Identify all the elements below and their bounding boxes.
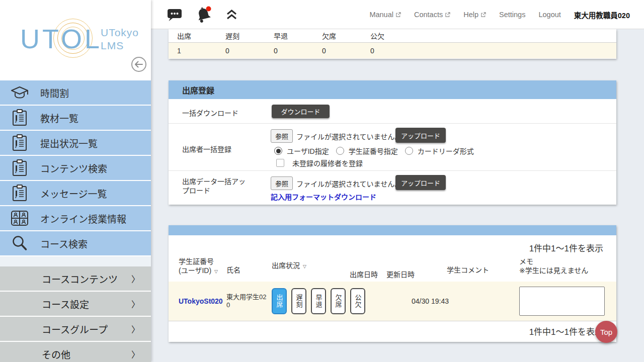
- chevron-right-icon: 〉: [131, 298, 140, 310]
- status-button-group: 出席 遅刻 早退 欠席 公欠: [272, 288, 365, 314]
- sort-icon[interactable]: ▽: [214, 269, 218, 274]
- sidebar-item-materials[interactable]: 教材一覧: [0, 106, 151, 130]
- column-header-status[interactable]: 出席状況 ▽: [272, 261, 306, 271]
- bulk-download-label: 一括ダウンロード: [182, 108, 238, 118]
- contacts-link-label: Contacts: [414, 11, 443, 19]
- collapse-topbar-icon[interactable]: [225, 9, 238, 21]
- sidebar-collapse-button[interactable]: [131, 56, 147, 72]
- download-button[interactable]: ダウンロード: [272, 105, 330, 118]
- status-button-excused[interactable]: 公欠: [350, 288, 365, 314]
- upload-button[interactable]: アップロード: [395, 175, 446, 190]
- sidebar-item-label: 教材一覧: [40, 111, 78, 125]
- radio-option-student-card-number[interactable]: 学生証番号指定: [336, 146, 398, 156]
- sidebar-item-course-settings[interactable]: コース設定 〉: [0, 292, 151, 316]
- format-download-link[interactable]: 記入用フォーマットダウンロード: [271, 192, 376, 202]
- sidebar-item-label: 提出状況一覧: [40, 136, 98, 150]
- settings-link[interactable]: Settings: [499, 11, 525, 19]
- stats-header-row: 出席 遅刻 早退 欠席 公欠: [169, 29, 616, 43]
- radio-unselected-icon[interactable]: [405, 147, 413, 155]
- stats-header-early-leave: 早退: [265, 31, 313, 41]
- clipboard-icon: [10, 108, 29, 127]
- external-link-icon: [480, 12, 486, 18]
- attendance-registration-panel: 出席登録 一括ダウンロード ダウンロード 出席者一括登録 参照 ファイルが選択さ…: [169, 80, 616, 205]
- no-file-selected-text: ファイルが選択されていません。: [296, 178, 401, 189]
- scroll-to-top-button[interactable]: Top: [595, 321, 617, 343]
- status-button-present[interactable]: 出席: [272, 288, 287, 314]
- student-attendance-row: UTokyoSt020 東大用学生020 出席 遅刻 早退 欠席 公欠 04/3…: [169, 282, 616, 321]
- radio-option-card-reader[interactable]: カードリーダ形式: [405, 146, 474, 156]
- stats-header-late: 遅刻: [217, 31, 265, 41]
- sidebar-item-label: その他: [42, 347, 70, 361]
- logo-text: UTOL: [20, 23, 102, 54]
- logo-subtitle: UTokyo LMS: [101, 26, 139, 53]
- logo-subtitle-line1: UTokyo: [101, 26, 139, 39]
- messages-icon[interactable]: [167, 8, 182, 22]
- column-header-student-comment: 学生コメント: [447, 265, 489, 275]
- sidebar-item-course-contents[interactable]: コースコンテンツ 〉: [0, 266, 151, 291]
- radio-label: 学生証番号指定: [349, 146, 398, 156]
- search-icon: [10, 234, 29, 253]
- column-header-name: 氏名: [226, 265, 240, 275]
- memo-textarea[interactable]: [519, 287, 605, 316]
- stats-value-row: 1 0 0 0 0: [169, 43, 616, 58]
- clipboard-icon: [10, 184, 29, 203]
- column-header-memo: メモ ※学生には見えません: [519, 257, 588, 275]
- notifications-bell-icon[interactable]: [194, 5, 213, 24]
- notification-dot: [206, 7, 211, 12]
- column-header-attend-time: 出席日時: [350, 270, 378, 279]
- checkbox-icon[interactable]: [276, 159, 284, 167]
- section-title: 出席登録: [169, 80, 616, 99]
- help-link-label: Help: [463, 11, 478, 19]
- sidebar-item-timetable[interactable]: 時間割: [0, 80, 151, 105]
- attendance-list-panel: 1件中1〜1件を表示 学生証番号 (ユーザID) ▽ 氏名 出席状況 ▽ 出席日…: [169, 225, 616, 342]
- contacts-link[interactable]: Contacts: [414, 11, 450, 19]
- help-link[interactable]: Help: [463, 11, 486, 19]
- sidebar: UTOL UTokyo LMS 時間割 教材一覧 提出状況: [0, 0, 151, 362]
- register-unregistered-checkbox[interactable]: 未登録の履修者を登録: [276, 158, 363, 168]
- stats-value-early-leave: 0: [265, 47, 313, 55]
- radio-option-user-id[interactable]: ユーザID指定: [274, 146, 329, 156]
- radio-selected-icon[interactable]: [274, 147, 282, 155]
- upload-button[interactable]: アップロード: [395, 128, 446, 143]
- sidebar-item-online-class-info[interactable]: オンライン授業情報: [0, 206, 151, 230]
- utol-logo: UTOL UTokyo LMS: [20, 20, 141, 60]
- clipboard-icon: [10, 158, 29, 177]
- attendee-bulk-register-row: 出席者一括登録 参照 ファイルが選択されていません。 アップロード ユーザID指…: [169, 124, 616, 171]
- bulk-download-row: 一括ダウンロード ダウンロード: [169, 99, 616, 124]
- radio-label: カードリーダ形式: [418, 146, 474, 156]
- student-id-link[interactable]: UTokyoSt020: [179, 297, 223, 305]
- chevron-right-icon: 〉: [131, 348, 140, 360]
- data-bulk-upload-row: 出席データ一括アップロード 参照 ファイルが選択されていません。 アップロード …: [169, 171, 616, 205]
- settings-link-label: Settings: [499, 11, 525, 19]
- manual-link[interactable]: Manual: [369, 11, 401, 19]
- stats-value-late: 0: [217, 47, 265, 55]
- sidebar-item-label: 時間割: [40, 86, 69, 100]
- logout-link[interactable]: Logout: [538, 11, 560, 19]
- column-header-student-id[interactable]: 学生証番号 (ユーザID) ▽: [179, 257, 218, 276]
- sidebar-item-messages[interactable]: メッセージ一覧: [0, 181, 151, 205]
- sidebar-item-course-search[interactable]: コース検索: [0, 231, 151, 255]
- radio-unselected-icon[interactable]: [336, 147, 344, 155]
- browse-file-button[interactable]: 参照: [271, 129, 293, 143]
- no-file-selected-text: ファイルが選択されていません。: [296, 131, 401, 141]
- attendee-bulk-register-label: 出席者一括登録: [182, 144, 231, 154]
- clipboard-icon: [10, 133, 29, 152]
- sidebar-item-course-group[interactable]: コースグループ 〉: [0, 317, 151, 341]
- browse-file-button[interactable]: 参照: [271, 176, 293, 190]
- sidebar-item-label: コースコンテンツ: [42, 272, 118, 286]
- checkbox-label: 未登録の履修者を登録: [292, 158, 363, 168]
- sidebar-item-label: コースグループ: [42, 322, 108, 336]
- status-button-early-leave[interactable]: 早退: [311, 288, 326, 314]
- student-id-header-line1: 学生証番号: [179, 257, 218, 266]
- status-button-absent[interactable]: 欠席: [331, 288, 346, 314]
- status-button-late[interactable]: 遅刻: [291, 288, 306, 314]
- memo-header-line1: メモ: [519, 257, 588, 266]
- stats-header-present: 出席: [169, 31, 217, 41]
- sort-icon[interactable]: ▽: [303, 264, 306, 269]
- result-count-top: 1件中1〜1件を表示: [529, 241, 603, 254]
- sidebar-item-content-search[interactable]: コンテンツ検索: [0, 156, 151, 180]
- data-bulk-upload-label: 出席データ一括アップロード: [182, 177, 250, 195]
- external-link-icon: [445, 12, 450, 18]
- sidebar-item-others[interactable]: その他 〉: [0, 342, 151, 362]
- sidebar-item-submission-status[interactable]: 提出状況一覧: [0, 131, 151, 155]
